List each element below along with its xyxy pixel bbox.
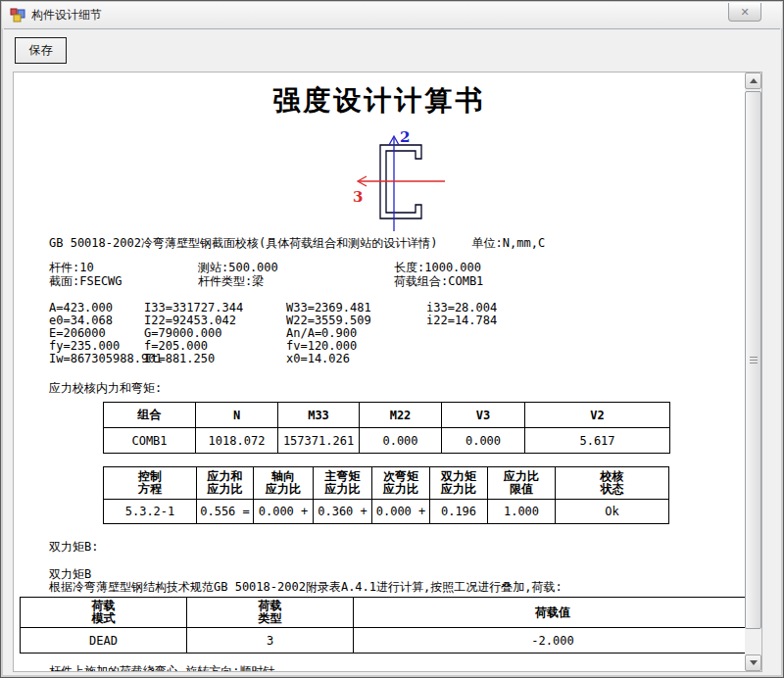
units-label: 单位:N,mm,C [472, 236, 546, 250]
col-header: 主弯矩 应力比 [314, 467, 372, 500]
prop-value: It=881.250 [144, 353, 286, 365]
stress-ratio-table: 控制 方程 应力和 应力比 轴向 应力比 主弯矩 应力比 次弯矩 应力比 双力矩… [103, 466, 669, 524]
col-header: M22 [360, 403, 442, 428]
col-header: 校核 状态 [556, 467, 669, 500]
cell-v3: 0.000 [442, 428, 525, 454]
load-header-row: 荷载 模式 荷载 类型 荷载值 [21, 598, 746, 628]
forces-section-label: 应力校核内力和弯矩: [49, 380, 162, 397]
col-header: 荷载 模式 [21, 598, 187, 628]
load-combo: 荷载组合:COMB1 [394, 274, 483, 288]
col-header: M33 [278, 403, 360, 428]
cell-n: 1018.072 [196, 428, 278, 454]
cell-m33: 157371.261 [278, 428, 360, 454]
report-content: 强度设计计算书 2 3 GB 50018-2002冷弯薄壁型钢截面校核(具体荷载… [14, 73, 745, 671]
save-button[interactable]: 保存 [15, 37, 67, 64]
table-row: 5.3.2-1 0.556 = 0.000 + 0.360 + 0.000 + … [104, 500, 669, 524]
col-header: N [196, 403, 278, 428]
cell-v2: 5.617 [525, 428, 670, 454]
member-info: 杆件:10 测站:500.000 长度:1000.000 截面:FSECWG 杆… [49, 261, 483, 288]
window-body: 保存 强度设计计算书 2 3 GB 50018-2002冷弯薄壁型钢截面校核(具… [4, 28, 780, 674]
cell-load-pattern: DEAD [21, 628, 187, 654]
col-header: V2 [525, 403, 670, 428]
table-row: COMB1 1018.072 157371.261 0.000 0.000 5.… [104, 428, 670, 454]
cell-equation: 5.3.2-1 [104, 500, 197, 524]
axis-3-label: 3 [353, 188, 363, 206]
cell-combo: COMB1 [104, 428, 196, 454]
title-bar: 构件设计细节 ✕ [2, 2, 782, 28]
cell-m22: 0.000 [360, 428, 442, 454]
member-type: 杆件类型:梁 [198, 274, 394, 288]
member-id: 杆件:10 [49, 261, 198, 274]
footer-note: 杆件上施加的荷载绕弯心,旋转方向:顺时针 [49, 663, 274, 671]
forces-table: 组合 N M33 M22 V3 V2 COMB1 1018.072 157371… [103, 402, 670, 454]
cell-bimoment-ratio: 0.196 [430, 500, 488, 524]
load-table: 荷载 模式 荷载 类型 荷载值 DEAD 3 -2.000 [20, 597, 745, 654]
app-form-icon [10, 8, 25, 24]
cell-axial-ratio: 0.000 + [254, 500, 314, 524]
col-header: V3 [442, 403, 525, 428]
cell-minor-ratio: 0.000 + [372, 500, 430, 524]
cell-check-status: Ok [556, 500, 669, 524]
table-row: DEAD 3 -2.000 [21, 628, 746, 654]
window-title: 构件设计细节 [31, 7, 102, 24]
scroll-down-button[interactable] [745, 654, 761, 671]
col-header: 应力和 应力比 [197, 467, 254, 500]
code-check-line: GB 50018-2002冷弯薄壁型钢截面校核(具体荷载组合和测站的设计详情) … [49, 235, 545, 252]
section-diagram: 2 3 [296, 121, 512, 237]
col-header: 荷载 类型 [187, 598, 354, 628]
axis-2-label: 2 [400, 128, 410, 146]
col-header: 轴向 应力比 [254, 467, 314, 500]
prop-value: x0=14.026 [286, 353, 426, 365]
prop-value [426, 327, 497, 340]
vertical-scrollbar[interactable] [745, 73, 761, 671]
col-header: 应力比 限值 [488, 467, 556, 500]
length: 长度:1000.000 [394, 261, 483, 274]
prop-value [426, 340, 497, 353]
col-header: 荷载值 [354, 598, 746, 628]
arrow-up-icon [750, 78, 758, 83]
close-button[interactable]: ✕ [728, 3, 761, 22]
prop-value [426, 353, 497, 365]
cell-load-type: 3 [187, 628, 354, 654]
cell-load-value: -2.000 [354, 628, 746, 654]
section-properties: A=423.000 I33=331727.344 W33=2369.481 i3… [49, 302, 497, 365]
close-icon: ✕ [740, 6, 749, 19]
component-detail-window: 构件设计细节 ✕ 保存 强度设计计算书 2 3 [0, 0, 784, 678]
prop-value: Iw=867305988.901 [49, 353, 144, 365]
col-header: 双力矩 应力比 [430, 467, 488, 500]
section-name: 截面:FSECWG [49, 274, 198, 288]
save-button-label: 保存 [29, 42, 53, 59]
forces-header-row: 组合 N M33 M22 V3 V2 [104, 403, 670, 428]
bimoment-note: 根据冷弯薄壁型钢结构技术规范GB 50018-2002附录表A.4.1进行计算,… [49, 579, 563, 596]
cell-total-ratio: 0.556 = [197, 500, 254, 524]
thumb-grip-icon [750, 357, 758, 363]
station: 测站:500.000 [198, 261, 394, 274]
prop-value: i22=14.784 [426, 315, 497, 327]
report-panel: 强度设计计算书 2 3 GB 50018-2002冷弯薄壁型钢截面校核(具体荷载… [13, 72, 762, 672]
scroll-up-button[interactable] [745, 73, 761, 89]
cell-ratio-limit: 1.000 [488, 500, 556, 524]
cell-major-ratio: 0.360 + [314, 500, 372, 524]
scrollbar-thumb[interactable] [745, 91, 761, 629]
ratio-header-row: 控制 方程 应力和 应力比 轴向 应力比 主弯矩 应力比 次弯矩 应力比 双力矩… [104, 467, 669, 500]
report-title: 强度设计计算书 [14, 82, 745, 120]
col-header: 次弯矩 应力比 [372, 467, 430, 500]
bimoment-label: 双力矩B: [49, 539, 98, 556]
code-check-text: GB 50018-2002冷弯薄壁型钢截面校核(具体荷载组合和测站的设计详情) [49, 236, 437, 250]
col-header: 组合 [104, 403, 196, 428]
arrow-down-icon [750, 660, 758, 665]
col-header: 控制 方程 [104, 467, 197, 500]
